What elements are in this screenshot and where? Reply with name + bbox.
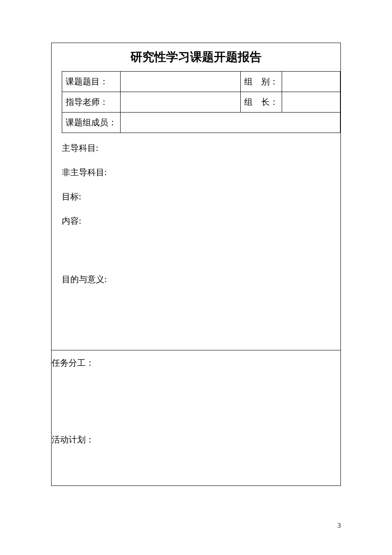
topic-value — [121, 72, 241, 92]
group-label: 组 别： — [241, 72, 282, 92]
task-label-text: 任务分工： — [51, 358, 94, 367]
leader-label: 组 长： — [241, 92, 282, 113]
document-title: 研究性学习课题开题报告 — [52, 43, 340, 71]
header-table: 课题题目： 组 别： 指导老师： 组 长： 课题组成员： — [62, 71, 340, 133]
topic-label: 课题题目： — [62, 72, 121, 92]
plan-label-text: 活动计划： — [51, 435, 94, 444]
members-label: 课题组成员： — [62, 113, 121, 133]
task-label: 任务分工： — [51, 350, 340, 427]
page-number: 3 — [337, 522, 341, 529]
purpose-label: 目的与意义: — [62, 274, 330, 285]
leader-value — [282, 92, 340, 113]
form-container: 研究性学习课题开题报告 课题题目： 组 别： 指导老师： 组 长： 课题组成员： — [51, 43, 341, 486]
content-label: 内容: — [62, 215, 330, 227]
plan-label: 活动计划： — [51, 427, 340, 504]
goal-label: 目标: — [62, 191, 330, 202]
upper-fields: 主导科目: 非主导科目: 目标: 内容: 目的与意义: — [57, 133, 335, 285]
teacher-value — [121, 92, 241, 113]
lower-section: 任务分工： 活动计划： — [52, 350, 340, 504]
group-value — [282, 72, 340, 92]
members-value — [121, 113, 340, 133]
non-main-subject-label: 非主导科目: — [62, 167, 330, 178]
teacher-label: 指导老师： — [62, 92, 121, 113]
upper-section: 课题题目： 组 别： 指导老师： 组 长： 课题组成员： 主导科目: — [52, 71, 340, 350]
main-subject-label: 主导科目: — [62, 142, 330, 154]
